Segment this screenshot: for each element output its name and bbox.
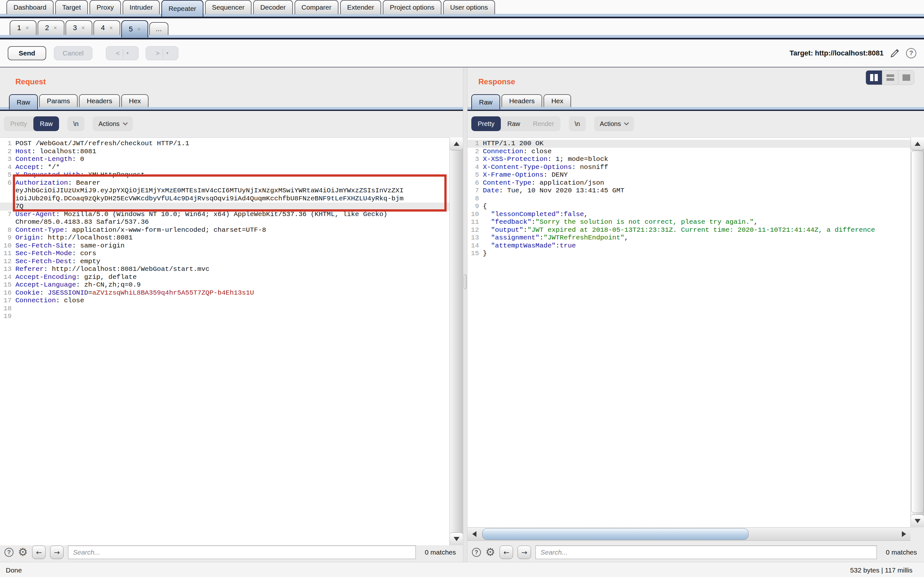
scrollbar-thumb[interactable] bbox=[911, 151, 924, 513]
scroll-up-arrow[interactable] bbox=[911, 137, 924, 150]
request-tab-hex[interactable]: Hex bbox=[121, 94, 149, 107]
actions-label: Actions bbox=[600, 120, 621, 127]
scroll-down-arrow[interactable] bbox=[450, 532, 463, 545]
close-icon[interactable]: × bbox=[137, 26, 141, 33]
line-content: X-XSS-Protection: 1; mode=block bbox=[483, 155, 924, 163]
send-button[interactable]: Send bbox=[8, 46, 46, 60]
edit-target-pencil-icon[interactable] bbox=[889, 48, 900, 59]
request-vertical-scrollbar[interactable] bbox=[449, 137, 463, 545]
request-tab-headers[interactable]: Headers bbox=[79, 94, 120, 107]
main-tab-sequencer[interactable]: Sequencer bbox=[205, 0, 252, 14]
newline-toggle-button[interactable]: \n bbox=[569, 116, 586, 131]
actions-button[interactable]: Actions bbox=[594, 116, 634, 131]
layout-columns-button[interactable] bbox=[866, 71, 882, 85]
request-line-10: 10Sec-Fetch-Site: same-origin bbox=[0, 242, 463, 250]
response-tab-hex[interactable]: Hex bbox=[543, 94, 571, 107]
line-number: 2 bbox=[467, 148, 483, 156]
repeater-tab-overflow[interactable]: ... bbox=[149, 22, 168, 35]
main-tab-target[interactable]: Target bbox=[55, 0, 88, 14]
scroll-left-arrow[interactable] bbox=[468, 528, 480, 540]
request-tab-params[interactable]: Params bbox=[39, 94, 78, 107]
main-tab-extender[interactable]: Extender bbox=[340, 0, 381, 14]
layout-rows-button[interactable] bbox=[882, 71, 898, 85]
request-line-16: 16Cookie: JSESSIONID=aZV1zsqWhiL8BA359q4… bbox=[0, 289, 463, 297]
forward-button[interactable]: > ▾ bbox=[145, 46, 178, 60]
repeater-tab-3[interactable]: 3× bbox=[65, 20, 92, 35]
repeater-tab-5[interactable]: 5× bbox=[121, 20, 148, 37]
line-number: 4 bbox=[0, 163, 15, 171]
line-number: 13 bbox=[0, 266, 15, 274]
main-tab-project-options[interactable]: Project options bbox=[383, 0, 441, 14]
response-line-14: 14 "attemptWasMade":true bbox=[467, 242, 924, 250]
main-tab-proxy[interactable]: Proxy bbox=[89, 0, 121, 14]
request-line-4: 4Accept: */* bbox=[0, 163, 463, 171]
request-title: Request bbox=[15, 77, 46, 86]
main-tab-intruder[interactable]: Intruder bbox=[123, 0, 160, 14]
request-line-19: 19 bbox=[0, 313, 463, 321]
line-number: 10 bbox=[0, 242, 15, 250]
scrollbar-thumb[interactable] bbox=[482, 528, 748, 540]
layout-single-button[interactable] bbox=[898, 71, 914, 85]
back-button[interactable]: < ▾ bbox=[106, 46, 139, 60]
scroll-right-arrow[interactable] bbox=[898, 528, 910, 540]
response-search-input[interactable] bbox=[535, 546, 877, 559]
search-help-icon[interactable]: ? bbox=[472, 548, 481, 557]
chevron-down-icon[interactable]: ▾ bbox=[126, 51, 129, 55]
search-prev-button[interactable]: ← bbox=[499, 546, 513, 559]
main-tab-dashboard[interactable]: Dashboard bbox=[6, 0, 53, 14]
tabbar-accent-strip bbox=[0, 14, 924, 17]
main-tab-decoder[interactable]: Decoder bbox=[253, 0, 292, 14]
close-icon[interactable]: × bbox=[26, 25, 29, 31]
response-mode-pretty[interactable]: Pretty bbox=[471, 116, 501, 131]
line-content: Accept-Language: zh-CN,zh;q=0.9 bbox=[15, 281, 463, 289]
scroll-up-arrow[interactable] bbox=[450, 137, 463, 150]
split-divider[interactable] bbox=[463, 68, 467, 562]
close-icon[interactable]: × bbox=[53, 25, 57, 31]
request-search-input[interactable] bbox=[68, 546, 416, 559]
request-editor[interactable]: 1POST /WebGoat/JWT/refresh/checkout HTTP… bbox=[0, 137, 463, 545]
search-settings-gear-icon[interactable]: ⚙ bbox=[485, 546, 495, 558]
response-tab-headers[interactable]: Headers bbox=[501, 94, 542, 107]
response-vertical-scrollbar[interactable] bbox=[911, 137, 924, 527]
repeater-tab-2[interactable]: 2× bbox=[37, 20, 65, 35]
line-number: 2 bbox=[0, 148, 15, 156]
search-help-icon[interactable]: ? bbox=[5, 548, 13, 557]
response-editor[interactable]: 1HTTP/1.1 200 OK2Connection: close3X-XSS… bbox=[467, 137, 924, 527]
repeater-tab-1[interactable]: 1× bbox=[10, 20, 37, 35]
repeater-tab-4[interactable]: 4× bbox=[94, 20, 120, 35]
close-icon[interactable]: × bbox=[110, 25, 113, 31]
response-tab-raw[interactable]: Raw bbox=[471, 94, 500, 109]
search-settings-gear-icon[interactable]: ⚙ bbox=[18, 546, 27, 558]
cancel-button[interactable]: Cancel bbox=[54, 46, 92, 60]
newline-toggle-button[interactable]: \n bbox=[67, 116, 84, 131]
line-content: "feedback":"Sorry the solution is not co… bbox=[483, 218, 924, 226]
line-content: User-Agent: Mozilla/5.0 (Windows NT 10.0… bbox=[15, 211, 463, 219]
request-tab-raw[interactable]: Raw bbox=[9, 94, 38, 109]
request-line-1: 1POST /WebGoat/JWT/refresh/checkout HTTP… bbox=[0, 140, 463, 148]
help-icon[interactable]: ? bbox=[906, 48, 916, 58]
search-next-button[interactable]: → bbox=[50, 546, 63, 559]
response-search-bar: ? ⚙ ← → 0 matches bbox=[467, 545, 924, 560]
line-number: 12 bbox=[0, 258, 15, 266]
response-horizontal-scrollbar[interactable] bbox=[467, 527, 911, 541]
response-line-8: 8 bbox=[467, 195, 924, 203]
line-content: Origin: http://localhost:8081 bbox=[15, 234, 463, 242]
scroll-down-arrow[interactable] bbox=[911, 514, 924, 527]
line-content: Sec-Fetch-Site: same-origin bbox=[15, 242, 463, 250]
search-next-button[interactable]: → bbox=[517, 546, 531, 559]
close-icon[interactable]: × bbox=[81, 25, 85, 31]
search-prev-button[interactable]: ← bbox=[32, 546, 45, 559]
response-line-7: 7Date: Tue, 10 Nov 2020 13:41:45 GMT bbox=[467, 187, 924, 195]
line-content bbox=[483, 195, 924, 203]
main-tab-comparer[interactable]: Comparer bbox=[294, 0, 338, 14]
request-mode-raw[interactable]: Raw bbox=[33, 116, 59, 131]
chevron-down-icon[interactable]: ▾ bbox=[166, 51, 168, 55]
line-content: } bbox=[483, 250, 924, 258]
split-divider-grip[interactable] bbox=[464, 274, 467, 289]
response-mode-raw[interactable]: Raw bbox=[501, 116, 527, 131]
line-content: Sec-Fetch-Dest: empty bbox=[15, 258, 463, 266]
actions-button[interactable]: Actions bbox=[93, 116, 133, 131]
main-tab-repeater[interactable]: Repeater bbox=[162, 0, 203, 17]
request-response-split: Request RawParamsHeadersHex PrettyRaw \n… bbox=[0, 68, 924, 562]
main-tab-user-options[interactable]: User options bbox=[443, 0, 495, 14]
